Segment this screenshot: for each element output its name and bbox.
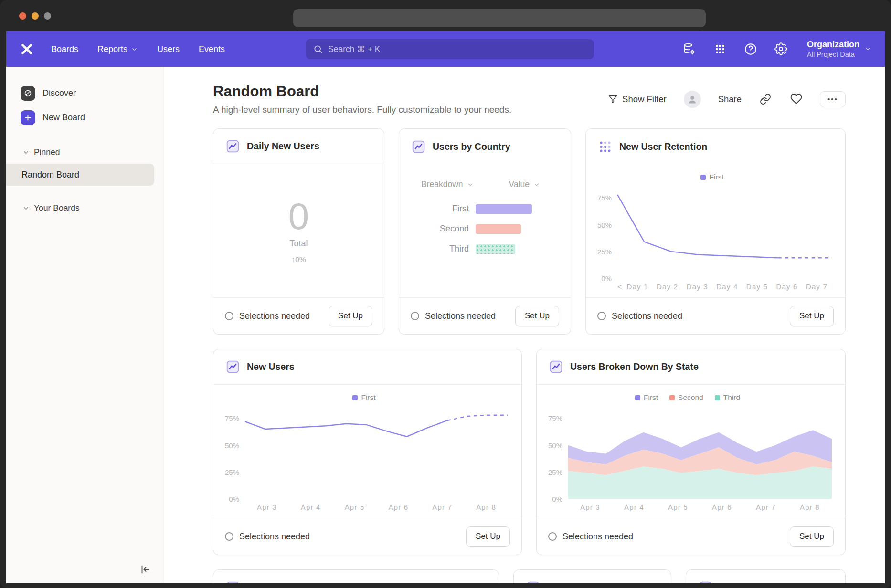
line-chart-icon [226,139,240,153]
window-zoom-button[interactable] [44,12,51,20]
status-circle-icon [597,312,606,320]
nav-item-label: Boards [51,44,78,54]
sidebar-section-pinned[interactable]: Pinned [6,142,164,163]
card-title: Users Broken Down By State [570,361,699,372]
value-label: Value [509,179,530,189]
users-by-state-area-chart: FirstSecondThird75%50%25%0%Apr 3Apr 4Apr… [537,385,845,518]
status-circle-icon [225,532,233,541]
chevron-down-icon [864,45,871,52]
nav-item-events[interactable]: Events [199,44,225,54]
cards-row-1: Daily New Users 0 Total ↑0% [213,128,885,335]
line-chart-icon [226,581,240,584]
search-input[interactable] [328,44,586,54]
help-icon[interactable] [744,42,757,56]
window-minimize-button[interactable] [32,12,39,20]
app-frame: Boards Reports Users Events [6,32,885,583]
country-row-label: Second [399,224,476,234]
card-title: Daily New Users [247,141,319,152]
chevron-down-icon [22,205,30,212]
board-header: Random Board A high-level summary of use… [213,83,846,115]
card-new-user-retention: New User Retention First75%50%25%0%<Day … [585,128,846,335]
sidebar-section-your-boards[interactable]: Your Boards [6,198,164,219]
card-users-by-state: Users Broken Down By State FirstSecondTh… [536,349,846,555]
status-text: Selections needed [612,311,682,321]
sidebar-item-discover[interactable]: Discover [6,81,164,105]
country-row-label: Third [399,244,476,254]
status-circle-icon [548,532,557,541]
new-users-line-chart: First75%50%25%0%Apr 3Apr 4Apr 5Apr 6Apr … [213,385,521,518]
sidebar-item-label: Discover [42,88,76,98]
nav-item-reports[interactable]: Reports [97,44,138,54]
country-bar [476,224,521,234]
org-name: Organization [807,39,859,50]
apps-grid-icon[interactable] [713,42,727,56]
share-button[interactable]: Share [718,94,742,105]
country-row: Second [399,224,571,234]
page-subtitle: A high-level summary of user behaviors. … [213,105,511,115]
filter-funnel-icon [608,94,618,104]
sidebar: Discover New Board Pinned Random Board [6,67,164,583]
sidebar-item-new-board[interactable]: New Board [6,105,164,130]
sidebar-item-random-board[interactable]: Random Board [6,164,154,186]
line-chart-icon [549,360,563,374]
cards-row-2: New Users First75%50%25%0%Apr 3Apr 4Apr … [213,349,885,555]
discover-icon [21,86,35,101]
address-bar[interactable] [293,9,706,27]
sidebar-item-label: New Board [42,113,85,123]
status-text: Selections needed [562,532,633,542]
card-title: Insights Report [547,582,615,584]
line-chart-icon [226,360,240,374]
mixpanel-logo-icon[interactable] [20,42,34,56]
navbar-right-controls: Organization All Project Data [683,39,871,59]
top-navbar: Boards Reports Users Events [6,32,885,67]
nav-item-boards[interactable]: Boards [51,44,78,54]
card-title: New User Retention [619,141,707,152]
collapse-sidebar-icon[interactable] [139,563,151,576]
data-management-icon[interactable] [683,42,696,56]
global-search-bar[interactable] [306,39,594,59]
board-main: Random Board A high-level summary of use… [164,67,885,583]
copy-link-icon[interactable] [759,93,772,106]
browser-window: Boards Reports Users Events [0,0,891,588]
nav-item-users[interactable]: Users [157,44,180,54]
set-up-button[interactable]: Set Up [515,306,559,326]
show-filter-label: Show Filter [622,94,667,105]
sidebar-section-label: Your Boards [34,203,80,213]
metric-delta: ↑0% [291,255,306,264]
avatar[interactable] [684,91,701,108]
search-icon [313,44,323,54]
card-status: Selections needed [225,311,310,321]
browser-chrome [0,0,891,32]
show-filter-button[interactable]: Show Filter [608,94,667,105]
more-options-button[interactable]: ••• [820,91,846,107]
org-switcher[interactable]: Organization All Project Data [807,39,871,59]
set-up-button[interactable]: Set Up [790,526,834,547]
sidebar-section-label: Pinned [34,147,60,158]
set-up-button[interactable]: Set Up [466,526,510,547]
status-circle-icon [225,312,233,320]
line-chart-icon [526,581,540,584]
breakdown-dropdown[interactable]: Breakdown [421,179,474,189]
line-chart-icon [412,140,425,154]
country-bar [476,204,532,214]
country-bar [476,244,515,254]
plus-icon [21,110,35,125]
card-active-users: Active Users [686,569,846,583]
cards-row-3: Stacked Line Graph Insights Report [213,569,885,583]
set-up-button[interactable]: Set Up [790,306,834,326]
card-status: Selections needed [548,532,633,542]
card-users-by-country: Users by Country Breakdown Value [399,128,571,335]
board-controls: Show Filter Share [608,91,846,108]
value-dropdown[interactable]: Value [509,179,540,189]
window-close-button[interactable] [19,12,26,20]
favorite-heart-icon[interactable] [789,93,803,106]
settings-gear-icon[interactable] [774,42,788,56]
set-up-button[interactable]: Set Up [329,306,372,326]
card-title: Stacked Line Graph [247,582,334,584]
card-status: Selections needed [411,311,496,321]
status-text: Selections needed [425,311,496,321]
card-stacked-line-graph: Stacked Line Graph [213,569,499,583]
country-row: Third [399,244,571,254]
nav-item-label: Reports [97,44,127,54]
page-title: Random Board [213,83,511,100]
